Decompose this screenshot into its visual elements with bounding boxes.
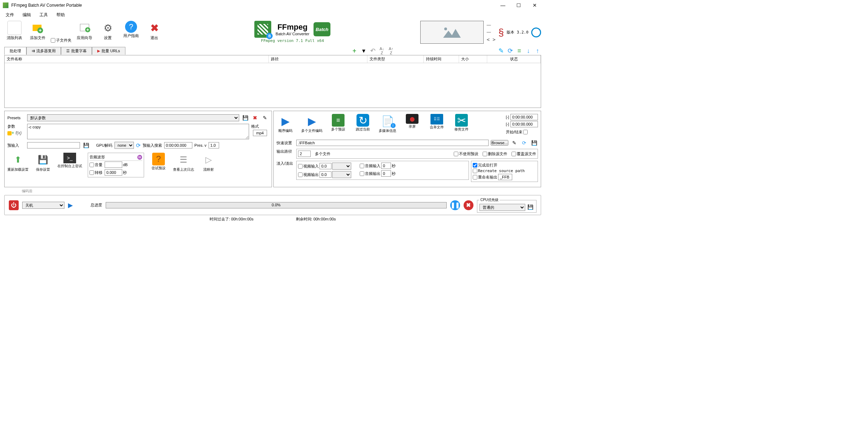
reset-path-icon[interactable]: ⟳ — [520, 139, 528, 147]
gear-icon: ⚙ — [101, 21, 115, 35]
multi-preset-button[interactable]: ≡多个预设 — [329, 114, 347, 131]
app-title: FFmpeg Batch AV Converter Portable — [11, 3, 495, 8]
volume-checkbox[interactable]: 音量dB — [89, 162, 142, 168]
tab-mux[interactable]: ⇉流多器复用 — [26, 47, 61, 55]
audout-checkbox[interactable]: 音频输出秒 — [360, 170, 396, 177]
tab-subs[interactable]: ☰批量字幕 — [61, 47, 92, 55]
clear-list-button[interactable]: 清除列表 — [4, 21, 25, 40]
menu-help[interactable]: 帮助 — [56, 12, 65, 18]
col-path[interactable]: 路径 — [269, 55, 367, 63]
tab-batch[interactable]: 批处理 — [4, 47, 26, 55]
presets-select[interactable]: 默认参数 — [27, 114, 239, 121]
rename-suffix-input[interactable] — [498, 174, 512, 180]
save-path-icon[interactable]: 💾 — [530, 139, 538, 147]
menu-file[interactable]: 文件 — [6, 12, 14, 18]
browse-button[interactable]: Browse... — [491, 140, 508, 146]
sort-za-icon[interactable]: A↑Z — [388, 47, 395, 55]
rename-checkbox[interactable]: 重命名输出 — [473, 174, 536, 180]
menu-tools[interactable]: 工具 — [39, 12, 48, 18]
shutdown-select[interactable]: 关机 — [22, 202, 64, 209]
delete-preset-icon[interactable]: ✖ — [251, 114, 259, 122]
col-status[interactable]: 状态 — [487, 55, 541, 63]
col-type[interactable]: 文件类型 — [367, 55, 424, 63]
shift-checkbox[interactable]: 转移秒 — [89, 169, 142, 176]
edit-path-icon[interactable]: ✎ — [510, 139, 518, 147]
power-button[interactable]: ⏻ — [9, 200, 19, 210]
delsrc-checkbox[interactable]: 删除源文件 — [483, 151, 507, 157]
file-table[interactable]: 文件名称 路径 文件类型 持续时间 大小 状态 — [4, 55, 541, 108]
vidout-checkbox[interactable]: 视频输出 — [298, 171, 351, 178]
params-input[interactable]: -c copy — [27, 124, 249, 139]
pause-button[interactable]: ❚❚ — [450, 200, 460, 210]
format-input[interactable] — [253, 130, 267, 136]
preinput-time[interactable] — [164, 142, 192, 148]
start-end-checkbox[interactable]: 开始/结束 — [506, 129, 538, 135]
col-name[interactable]: 文件名称 — [5, 55, 269, 63]
sort-az-icon[interactable]: A↓Z — [378, 47, 385, 55]
wizard-button[interactable]: 应用向导 — [74, 21, 95, 40]
vidin-checkbox[interactable]: 视频输入 — [298, 163, 351, 170]
stop-button[interactable]: ✖ — [464, 200, 473, 210]
reload-settings-button[interactable]: ⬆重新加载设置 — [7, 153, 29, 171]
skip-button[interactable]: ↻跳过当前 — [354, 114, 372, 131]
down-icon[interactable]: ↓ — [525, 47, 532, 55]
mediainfo-button[interactable]: 📄i多媒体信息 — [379, 114, 396, 133]
minus-icon-2[interactable]: — — [486, 30, 495, 35]
stream-map-button[interactable]: ▷流映射 — [200, 153, 217, 171]
seq-encode-button[interactable]: ▶顺序编码 — [277, 114, 294, 133]
preinput-label: 预输入 — [7, 143, 25, 148]
col-duration[interactable]: 持续时间 — [424, 55, 459, 63]
autorun-icon[interactable]: ▶ — [68, 201, 73, 209]
recreate-checkbox[interactable]: Recreate source path — [473, 169, 536, 173]
save-preinput-icon[interactable]: 💾 — [82, 141, 90, 149]
exit-button[interactable]: ✖ 退出 — [144, 21, 165, 40]
minus-icon[interactable]: — — [486, 23, 495, 28]
folder-add-icon[interactable]: + — [7, 130, 14, 135]
trim-end-input[interactable] — [510, 121, 538, 127]
view-log-button[interactable]: ☰查看上次日志 — [173, 153, 194, 171]
multi-encode-button[interactable]: ▶多个文件编码 — [301, 114, 322, 133]
filter-icon[interactable]: ▾ — [360, 47, 367, 55]
nopreset-checkbox[interactable]: 不使用预设 — [454, 151, 478, 157]
multi-count-input[interactable] — [298, 151, 311, 157]
maximize-button[interactable]: ☐ — [511, 0, 527, 11]
overwrite-checkbox[interactable]: 覆盖源文件 — [512, 151, 536, 157]
refresh-icon[interactable] — [531, 28, 541, 37]
concat-button[interactable]: ⠿⠿合并文件 — [428, 114, 446, 129]
col-size[interactable]: 大小 — [459, 55, 487, 63]
save-settings-button[interactable]: 💾保存设置 — [34, 153, 52, 171]
minimize-button[interactable]: — — [495, 0, 511, 11]
openafter-checkbox[interactable]: 完成后打开 — [473, 163, 536, 168]
edit-preset-icon[interactable]: ✎ — [261, 114, 269, 122]
subfolders-checkbox[interactable]: 子文件夹 — [51, 38, 72, 43]
settings-button[interactable]: ⚙ 设置 — [98, 21, 118, 40]
add-file-button[interactable]: 添加文件 — [27, 21, 48, 40]
tab-urls[interactable]: ▶批量 URLs — [92, 47, 125, 55]
trim-button[interactable]: ✂修剪文件 — [453, 114, 470, 131]
presv-input[interactable] — [209, 142, 219, 148]
guide-button[interactable]: ? 用户指南 — [121, 21, 141, 38]
close-button[interactable]: ✕ — [527, 0, 542, 11]
reload-gpu-icon[interactable]: ⟳ — [136, 142, 141, 149]
up-icon[interactable]: ↑ — [534, 47, 541, 55]
preinput-field[interactable] — [27, 142, 80, 148]
gpu-select[interactable]: none — [114, 142, 134, 149]
try-preset-button[interactable]: ?尝试预设 — [150, 153, 167, 170]
fx-icon[interactable]: f(x) — [16, 130, 21, 135]
list-icon[interactable]: ≡ — [516, 47, 523, 55]
audin-checkbox[interactable]: 音频输入秒 — [360, 163, 396, 169]
quick-path-input[interactable] — [296, 140, 489, 146]
save-preset-icon[interactable]: 💾 — [241, 114, 249, 122]
add-icon[interactable]: + — [351, 47, 358, 55]
record-button[interactable]: ●录屏 — [403, 114, 421, 128]
reload-icon[interactable]: ⟳ — [507, 47, 514, 55]
trim-start-input[interactable] — [510, 114, 538, 120]
nav-arrows[interactable]: < > — [486, 37, 495, 42]
dragon-icon[interactable]: § — [498, 27, 504, 38]
save-cpu-icon[interactable]: 💾 — [526, 203, 534, 211]
try-console-button[interactable]: >_在控制台上尝试 — [57, 153, 82, 168]
menu-edit[interactable]: 编辑 — [23, 12, 31, 18]
brush-icon[interactable]: ✎ — [497, 47, 504, 55]
cpu-select[interactable]: 普通的 — [479, 204, 525, 211]
undo-icon[interactable]: ↶ — [369, 47, 376, 55]
